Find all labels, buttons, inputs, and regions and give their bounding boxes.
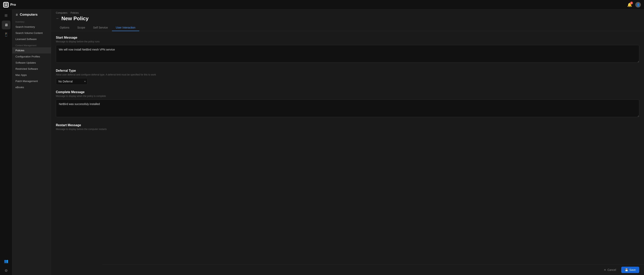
users-icon: 👥 [4,259,8,263]
start-message-section: Start Message Message to display before … [56,36,639,63]
complete-message-desc: Message to display when the policy is co… [56,95,639,98]
sidebar-item-search-volume-content[interactable]: Search Volume Content [12,30,51,36]
breadcrumb: Computers : Policies [51,10,644,14]
action-bar: ✕ Cancel 💾 Save [102,264,644,275]
deferral-type-title: Deferral Type [56,69,639,73]
complete-message-title: Complete Message [56,90,639,94]
svg-rect-2 [6,3,7,5]
tab-scope[interactable]: Scope [73,24,89,31]
complete-message-input[interactable] [56,99,639,117]
topnav: Pro 🔔 1 👤 [0,0,644,10]
rail-item-computers[interactable]: 🖥 [2,21,10,29]
sidebar-item-software-updates[interactable]: Software Updates [12,60,51,66]
sidebar-header: 🖥 Computers [12,10,51,19]
computer-icon: 🖥 [4,23,8,27]
start-message-desc: Message to display before the policy run… [56,40,639,43]
sidebar-item-configuration-profiles[interactable]: Configuration Profiles [12,54,51,60]
tab-user-interaction[interactable]: User Interaction [112,24,140,31]
page-title: New Policy [62,16,88,22]
save-icon: 💾 [625,268,628,271]
sidebar-title: Computers [20,13,38,17]
svg-rect-3 [4,5,6,6]
topnav-left: Pro [3,2,16,8]
breadcrumb-separator: : [69,12,69,14]
deferral-type-section: Deferral Type Allow user deferral and co… [56,69,639,85]
deferral-type-desc: Allow user deferral and configure deferr… [56,73,639,76]
breadcrumb-parent[interactable]: Computers [56,12,68,14]
rail-item-users[interactable]: 👥 [2,257,10,265]
settings-icon: ⚙ [4,268,8,273]
sidebar-item-mac-apps[interactable]: Mac Apps [12,72,51,78]
sidebar-item-search-inventory[interactable]: Search Inventory [12,24,51,30]
svg-rect-4 [6,5,7,6]
tab-bar: Options Scope Self Service User Interact… [51,23,644,31]
sidebar: 🖥 Computers Inventory Search Inventory S… [12,10,51,275]
sidebar-computer-icon: 🖥 [16,13,18,16]
rail-item-devices[interactable]: 📱 [2,30,10,39]
back-button[interactable]: ← [56,17,60,21]
tab-self-service[interactable]: Self Service [89,24,112,31]
cancel-icon: ✕ [604,268,606,271]
inventory-section-label: Inventory [12,19,51,24]
topnav-right: 🔔 1 👤 [627,2,641,8]
main-layout: ⊞ 🖥 📱 👥 ⚙ 🖥 Computers Inventory Search I… [0,10,644,275]
sidebar-item-ebooks[interactable]: eBooks [12,84,51,90]
sidebar-item-patch-management[interactable]: Patch Management [12,78,51,84]
dashboard-icon: ⊞ [4,13,8,18]
start-message-title: Start Message [56,36,639,40]
user-icon: 👤 [636,3,640,6]
icon-rail: ⊞ 🖥 📱 👥 ⚙ [0,10,12,275]
cancel-button[interactable]: ✕ Cancel [601,267,619,273]
restart-message-title: Restart Message [56,123,639,127]
sidebar-item-restricted-software[interactable]: Restricted Software [12,66,51,72]
deferral-select-wrapper: No Deferral Until Date Until Logout ▾ [56,78,88,85]
sidebar-item-licensed-software[interactable]: Licensed Software [12,36,51,42]
svg-rect-1 [4,3,6,5]
sidebar-item-policies[interactable]: Policies [12,47,51,54]
complete-message-section: Complete Message Message to display when… [56,90,639,118]
content-management-section-label: Content Management [12,42,51,47]
content-area: Computers : Policies ← New Policy Option… [51,10,644,275]
page-title-row: ← New Policy [51,14,644,22]
app-logo[interactable] [3,2,9,8]
notifications-button[interactable]: 🔔 1 [627,3,632,7]
svg-rect-0 [4,3,8,7]
form-content: Start Message Message to display before … [51,31,644,275]
user-avatar[interactable]: 👤 [635,2,641,8]
rail-item-settings[interactable]: ⚙ [2,266,10,275]
restart-message-desc: Message to display before the computer r… [56,128,639,131]
breadcrumb-current[interactable]: Policies [70,12,78,14]
save-button[interactable]: 💾 Save [621,267,639,273]
rail-item-dashboard[interactable]: ⊞ [2,11,10,20]
deferral-type-select[interactable]: No Deferral Until Date Until Logout [56,78,88,85]
device-icon: 📱 [4,32,8,37]
start-message-input[interactable] [56,45,639,63]
app-title: Pro [10,3,16,7]
restart-message-section: Restart Message Message to display befor… [56,123,639,131]
tab-options[interactable]: Options [56,24,73,31]
notification-badge: 1 [630,2,633,4]
